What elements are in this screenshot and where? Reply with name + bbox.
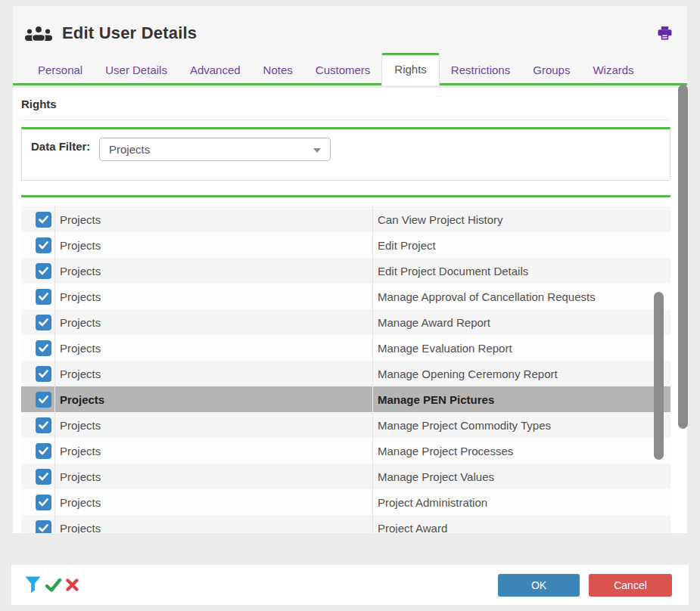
row-category: Projects <box>55 438 372 464</box>
row-checkbox-cell <box>21 206 55 232</box>
tab-rights[interactable]: Rights <box>381 53 440 85</box>
checked-checkbox[interactable] <box>36 340 51 356</box>
checked-checkbox[interactable] <box>36 392 51 408</box>
users-group-icon <box>24 24 53 43</box>
row-right-name: Manage Approval of Cancellation Requests <box>372 284 670 309</box>
row-checkbox-cell <box>21 438 55 464</box>
rights-row[interactable]: ProjectsProject Award <box>21 515 670 533</box>
rights-list: ProjectsCan View Project HistoryProjects… <box>21 195 670 533</box>
row-checkbox-cell <box>21 464 55 489</box>
dialog-body: Rights Data Filter: Projects ProjectsCan… <box>13 88 687 533</box>
dialog-title-bar: Edit User Details <box>13 6 687 48</box>
checked-checkbox[interactable] <box>36 289 51 305</box>
data-filter-panel: Data Filter: Projects <box>21 127 670 181</box>
tab-groups[interactable]: Groups <box>521 64 581 85</box>
section-title: Rights <box>13 88 687 119</box>
rights-row[interactable]: ProjectsManage Project Processes <box>21 438 670 464</box>
data-filter-label: Data Filter: <box>31 138 98 180</box>
rights-row[interactable]: ProjectsManage Award Report <box>21 309 670 335</box>
rights-row[interactable]: ProjectsManage Project Commodity Types <box>21 412 670 438</box>
checked-checkbox[interactable] <box>36 315 51 330</box>
row-category: Projects <box>55 489 372 515</box>
row-checkbox-cell <box>21 515 55 533</box>
row-category: Projects <box>55 515 372 533</box>
footer-bar: OK Cancel <box>11 565 689 605</box>
edit-user-details-dialog: Edit User Details PersonalUser DetailsAd… <box>0 0 700 611</box>
tab-notes[interactable]: Notes <box>252 64 304 85</box>
rights-row[interactable]: ProjectsManage Project Values <box>21 464 670 489</box>
checked-checkbox[interactable] <box>36 520 51 534</box>
page-title: Edit User Details <box>62 23 197 43</box>
checked-checkbox[interactable] <box>36 212 51 228</box>
footer-icons <box>25 576 79 594</box>
row-right-name: Project Award <box>372 515 670 533</box>
rights-row[interactable]: ProjectsEdit Project Document Details <box>21 258 670 284</box>
row-checkbox-cell <box>21 309 55 335</box>
row-category: Projects <box>55 386 372 412</box>
tab-wizards[interactable]: Wizards <box>581 64 645 85</box>
rights-row[interactable]: ProjectsProject Administration <box>21 489 670 515</box>
cancel-button[interactable]: Cancel <box>589 574 672 597</box>
row-checkbox-cell <box>21 489 55 515</box>
list-scrollbar-thumb[interactable] <box>654 292 664 460</box>
ok-button[interactable]: OK <box>498 574 580 597</box>
row-category: Projects <box>55 464 372 489</box>
row-category: Projects <box>55 309 372 335</box>
tab-restrictions[interactable]: Restrictions <box>440 64 521 85</box>
row-right-name: Edit Project Document Details <box>372 258 670 284</box>
row-checkbox-cell <box>21 412 55 438</box>
section-divider <box>21 119 670 120</box>
dialog-header-area: Edit User Details PersonalUser DetailsAd… <box>13 6 687 85</box>
row-category: Projects <box>55 258 372 284</box>
data-filter-selected-value: Projects <box>109 143 150 156</box>
row-right-name: Edit Project <box>372 232 670 258</box>
tab-personal[interactable]: Personal <box>26 64 94 85</box>
row-category: Projects <box>55 232 372 258</box>
check-icon[interactable] <box>45 578 62 593</box>
data-filter-dropdown[interactable]: Projects <box>99 138 331 161</box>
checked-checkbox[interactable] <box>36 469 51 485</box>
tab-bar: PersonalUser DetailsAdvancedNotesCustome… <box>13 53 687 85</box>
row-right-name: Project Administration <box>372 489 670 515</box>
tab-user-details[interactable]: User Details <box>94 64 179 85</box>
rights-row[interactable]: ProjectsManage Approval of Cancellation … <box>21 284 670 309</box>
checked-checkbox[interactable] <box>36 263 51 279</box>
rights-row[interactable]: ProjectsCan View Project History <box>21 206 670 232</box>
tab-customers[interactable]: Customers <box>304 64 382 85</box>
rights-row[interactable]: ProjectsManage Evaluation Report <box>21 335 670 361</box>
row-right-name: Manage Award Report <box>372 309 670 335</box>
row-right-name: Manage Opening Ceremony Report <box>372 361 670 386</box>
row-category: Projects <box>55 335 372 361</box>
row-category: Projects <box>55 206 372 232</box>
checked-checkbox[interactable] <box>36 237 51 253</box>
checked-checkbox[interactable] <box>36 417 51 433</box>
page-scrollbar-thumb[interactable] <box>678 85 688 429</box>
row-checkbox-cell <box>21 335 55 361</box>
row-right-name: Manage Project Processes <box>372 438 670 464</box>
chevron-down-icon <box>313 148 321 153</box>
row-right-name: Manage Project Commodity Types <box>372 412 670 438</box>
checked-checkbox[interactable] <box>36 366 51 382</box>
row-checkbox-cell <box>21 232 55 258</box>
row-right-name: Manage PEN Pictures <box>372 386 670 412</box>
tab-advanced[interactable]: Advanced <box>179 64 252 85</box>
row-right-name: Manage Evaluation Report <box>372 335 670 361</box>
row-category: Projects <box>55 412 372 438</box>
row-right-name: Can View Project History <box>372 206 670 232</box>
cross-icon[interactable] <box>66 578 79 591</box>
row-checkbox-cell <box>21 258 55 284</box>
filter-funnel-icon[interactable] <box>25 576 41 594</box>
rights-row[interactable]: ProjectsManage PEN Pictures <box>21 386 670 412</box>
row-checkbox-cell <box>21 361 55 386</box>
row-checkbox-cell <box>21 386 55 412</box>
row-category: Projects <box>55 284 372 309</box>
checked-checkbox[interactable] <box>36 443 51 459</box>
row-category: Projects <box>55 361 372 386</box>
row-checkbox-cell <box>21 284 55 309</box>
row-right-name: Manage Project Values <box>372 464 670 489</box>
rights-row[interactable]: ProjectsEdit Project <box>21 232 670 258</box>
checked-checkbox[interactable] <box>36 495 51 510</box>
print-icon[interactable] <box>656 25 674 42</box>
rights-row[interactable]: ProjectsManage Opening Ceremony Report <box>21 361 670 386</box>
